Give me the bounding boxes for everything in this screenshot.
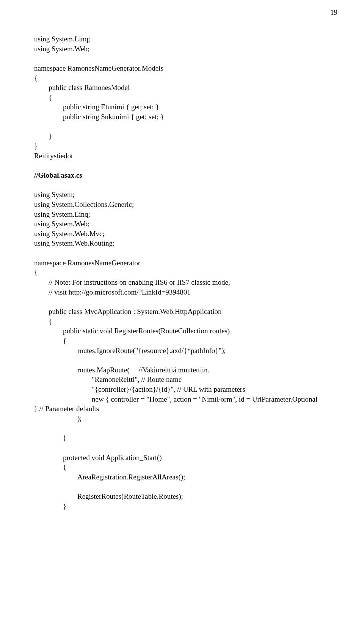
code-line: public string Sukunimi { get; set; } — [34, 112, 337, 122]
code-line: "RamoneReitti", // Route name — [34, 375, 337, 385]
code-line: "{controller}/{action}/{id}", // URL wit… — [34, 385, 337, 394]
code-line: new { controller = "Home", action = "Nim… — [34, 394, 337, 404]
code-line: using System.Linq; — [34, 34, 337, 44]
page-number: 19 — [330, 8, 337, 17]
code-line: namespace RamonesNameGenerator — [34, 258, 337, 268]
code-line: { — [34, 336, 337, 346]
code-line: AreaRegistration.RegisterAllAreas(); — [34, 472, 337, 482]
code-content: using System.Linq;using System.Web;names… — [34, 34, 337, 511]
code-line — [34, 297, 337, 307]
code-line — [34, 248, 337, 258]
code-line: routes.MapRoute( //Vakioreittiä muutetti… — [34, 365, 337, 375]
code-line: using System.Collections.Generic; — [34, 200, 337, 210]
code-line: } — [34, 501, 337, 511]
code-line: RegisterRoutes(RouteTable.Routes); — [34, 492, 337, 501]
code-line: public string Etunimi { get; set; } — [34, 102, 337, 112]
code-line: { — [34, 268, 337, 277]
code-line: // Note: For instructions on enabling II… — [34, 277, 337, 287]
code-line: { — [34, 73, 337, 83]
code-line: ); — [34, 414, 337, 424]
code-line: //Global.asax.cs — [34, 170, 337, 180]
document-page: 19 using System.Linq;using System.Web;na… — [0, 0, 364, 621]
code-line: public static void RegisterRoutes(RouteC… — [34, 326, 337, 336]
code-line: protected void Application_Start() — [34, 453, 337, 463]
code-line: public class RamonesModel — [34, 83, 337, 93]
code-line: } — [34, 141, 337, 151]
code-line — [34, 161, 337, 170]
code-line — [34, 482, 337, 492]
code-line — [34, 122, 337, 132]
code-line: public class MvcApplication : System.Web… — [34, 307, 337, 317]
code-line: using System.Web; — [34, 219, 337, 229]
code-line: } — [34, 433, 337, 443]
code-line: { — [34, 93, 337, 102]
code-line: using System.Linq; — [34, 210, 337, 219]
code-line: routes.IgnoreRoute("{resource}.axd/{*pat… — [34, 346, 337, 356]
code-line — [34, 443, 337, 453]
code-line: // visit http://go.microsoft.com/?LinkId… — [34, 287, 337, 297]
code-line: Reititystiedot — [34, 151, 337, 161]
code-line — [34, 180, 337, 190]
code-line — [34, 355, 337, 365]
code-line: using System.Web.Routing; — [34, 238, 337, 248]
code-line: using System; — [34, 190, 337, 200]
code-line: namespace RamonesNameGenerator.Models — [34, 63, 337, 73]
code-line: } // Parameter defaults — [34, 404, 337, 414]
code-line — [34, 424, 337, 433]
code-line: } — [34, 131, 337, 141]
code-line: using System.Web.Mvc; — [34, 229, 337, 239]
code-line: using System.Web; — [34, 44, 337, 54]
code-line: { — [34, 462, 337, 472]
code-line — [34, 54, 337, 63]
code-line: { — [34, 317, 337, 326]
